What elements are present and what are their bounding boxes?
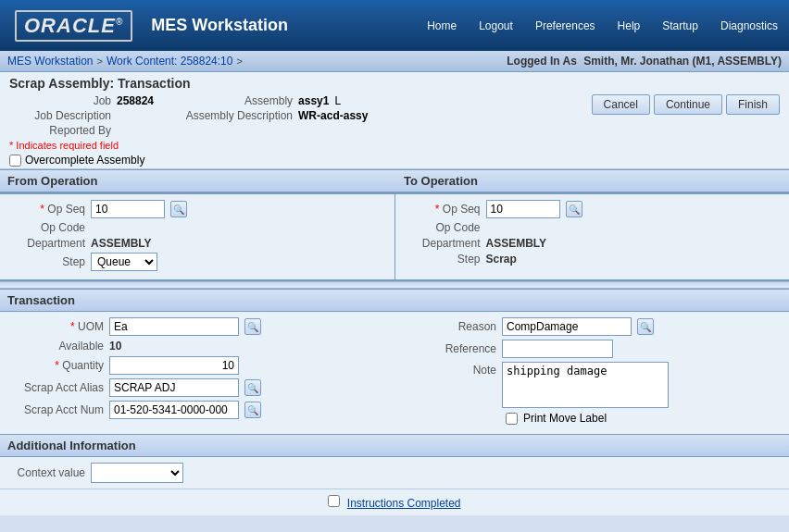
to-op-seq-label: Op Seq xyxy=(407,203,481,216)
to-operation-panel: Op Seq 🔍 Op Code Department ASSEMBLY Ste… xyxy=(395,194,790,279)
available-label: Available xyxy=(11,340,104,353)
nav-startup[interactable]: Startup xyxy=(651,16,709,36)
to-step-value: Scrap xyxy=(486,253,517,266)
available-row: Available 10 xyxy=(11,340,385,353)
to-department-value: ASSEMBLY xyxy=(486,237,547,250)
to-op-seq-row: Op Seq 🔍 xyxy=(407,200,779,218)
breadcrumb: MES Workstation > Work Content: 258824:1… xyxy=(0,51,789,72)
assembly-flag: L xyxy=(334,94,341,107)
scrap-alias-input[interactable] xyxy=(109,378,239,397)
from-op-seq-row: Op Seq 🔍 xyxy=(11,200,383,218)
uom-row: UOM 🔍 xyxy=(11,317,385,336)
operations-section-header: From Operation To Operation xyxy=(0,169,789,192)
from-department-label: Department xyxy=(11,237,85,250)
to-step-row: Step Scrap xyxy=(407,253,779,266)
required-note: * Indicates required field xyxy=(9,140,119,151)
overcomplete-checkbox[interactable] xyxy=(9,155,21,167)
additional-section: Context value xyxy=(0,457,789,489)
quantity-label: Quantity xyxy=(11,359,104,372)
transaction-left: UOM 🔍 Available 10 Quantity Scrap Acct A… xyxy=(11,317,385,428)
assembly-desc-value: WR-acd-assy xyxy=(298,109,368,122)
from-department-value: ASSEMBLY xyxy=(91,237,152,250)
note-textarea[interactable]: shipping damage xyxy=(502,362,669,408)
reason-input[interactable] xyxy=(502,317,632,336)
txn-header-area: Scrap Assembly: Transaction Job 258824 J… xyxy=(0,72,789,169)
scrap-num-input[interactable] xyxy=(109,401,239,419)
to-op-seq-input[interactable] xyxy=(486,200,560,218)
nav-logout[interactable]: Logout xyxy=(468,16,524,36)
context-value-label: Context value xyxy=(11,466,85,479)
scrap-alias-search-icon[interactable]: 🔍 xyxy=(244,379,261,396)
available-value: 10 xyxy=(109,340,121,353)
breadcrumb-work-content[interactable]: Work Content: 258824:10 xyxy=(106,55,233,68)
quantity-input[interactable] xyxy=(109,356,239,375)
reported-by-label: Reported By xyxy=(9,124,111,137)
cancel-button[interactable]: Cancel xyxy=(592,94,650,115)
assembly-desc-label: Assembly Description xyxy=(172,109,293,122)
transaction-fields: UOM 🔍 Available 10 Quantity Scrap Acct A… xyxy=(11,317,778,428)
instructions-checkbox[interactable] xyxy=(328,495,340,507)
scrap-num-label: Scrap Acct Num xyxy=(11,403,104,416)
context-value-row: Context value xyxy=(11,463,778,483)
uom-input[interactable] xyxy=(109,317,239,336)
oracle-registered: ® xyxy=(116,16,123,26)
from-op-title: From Operation xyxy=(7,174,385,188)
job-label: Job xyxy=(9,94,111,107)
reference-label: Reference xyxy=(404,342,496,355)
scrap-alias-label: Scrap Acct Alias xyxy=(11,381,104,394)
reason-search-icon[interactable]: 🔍 xyxy=(637,318,654,335)
transaction-right: Reason 🔍 Reference Note shipping damage … xyxy=(404,317,778,428)
breadcrumb-mes[interactable]: MES Workstation xyxy=(7,55,93,68)
uom-label: UOM xyxy=(11,320,104,333)
nav-preferences[interactable]: Preferences xyxy=(524,16,607,36)
required-note-row: * Indicates required field xyxy=(9,139,154,152)
assembly-label: Assembly xyxy=(172,94,293,107)
note-label: Note xyxy=(404,364,496,377)
additional-section-title: Additional Information xyxy=(0,434,789,457)
breadcrumb-links: MES Workstation > Work Content: 258824:1… xyxy=(7,55,243,68)
job-info-left: Job 258824 Job Description Reported By *… xyxy=(9,94,154,167)
overcomplete-row: Overcomplete Assembly xyxy=(9,154,154,167)
nav-home[interactable]: Home xyxy=(416,16,468,36)
header: ORACLE® MES Workstation Home Logout Pref… xyxy=(0,0,789,51)
from-step-label: Step xyxy=(11,255,85,268)
from-operation-panel: Op Seq 🔍 Op Code Department ASSEMBLY Ste… xyxy=(0,194,395,279)
to-department-row: Department ASSEMBLY xyxy=(407,237,779,250)
from-op-seq-input[interactable] xyxy=(91,200,165,218)
to-op-seq-search-icon[interactable]: 🔍 xyxy=(566,201,582,217)
to-op-title: To Operation xyxy=(385,174,782,188)
nav-diagnostics[interactable]: Diagnostics xyxy=(709,16,789,36)
print-move-row: Print Move Label xyxy=(506,412,778,425)
from-op-seq-search-icon[interactable]: 🔍 xyxy=(170,201,187,217)
assembly-value: assy1 xyxy=(298,94,329,107)
overcomplete-label: Overcomplete Assembly xyxy=(25,154,144,167)
scrap-alias-row: Scrap Acct Alias 🔍 xyxy=(11,378,385,397)
to-op-code-label: Op Code xyxy=(407,221,481,234)
logged-in-info: Logged In As Smith, Mr. Jonathan (M1, AS… xyxy=(507,55,782,68)
job-value: 258824 xyxy=(117,94,154,107)
from-department-row: Department ASSEMBLY xyxy=(11,237,383,250)
nav-menu: Home Logout Preferences Help Startup Dia… xyxy=(416,0,789,51)
nav-help[interactable]: Help xyxy=(607,16,652,36)
finish-button[interactable]: Finish xyxy=(726,94,780,115)
context-value-select[interactable] xyxy=(91,463,183,483)
reason-label: Reason xyxy=(404,320,496,333)
from-step-row: Step Queue Run To Move xyxy=(11,253,383,271)
page-content: Scrap Assembly: Transaction Job 258824 J… xyxy=(0,72,789,489)
print-move-label: Print Move Label xyxy=(523,412,607,425)
instructions-completed-link[interactable]: Instructions Completed xyxy=(347,497,461,510)
print-move-checkbox[interactable] xyxy=(506,413,518,425)
logged-in-label: Logged In As xyxy=(507,55,577,68)
from-step-select[interactable]: Queue Run To Move xyxy=(91,253,157,271)
reference-input[interactable] xyxy=(502,340,613,358)
from-op-code-row: Op Code xyxy=(11,221,383,234)
assembly-info-center: Assembly assy1 L Assembly Description WR… xyxy=(154,94,592,124)
page-title: Scrap Assembly: Transaction xyxy=(9,76,780,91)
scrollbar-area[interactable] xyxy=(0,281,789,289)
transaction-section: UOM 🔍 Available 10 Quantity Scrap Acct A… xyxy=(0,312,789,434)
app-title: MES Workstation xyxy=(151,16,288,35)
continue-button[interactable]: Continue xyxy=(654,94,722,115)
scrap-num-search-icon[interactable]: 🔍 xyxy=(244,402,261,418)
job-description-label: Job Description xyxy=(9,109,111,122)
uom-search-icon[interactable]: 🔍 xyxy=(244,318,261,335)
